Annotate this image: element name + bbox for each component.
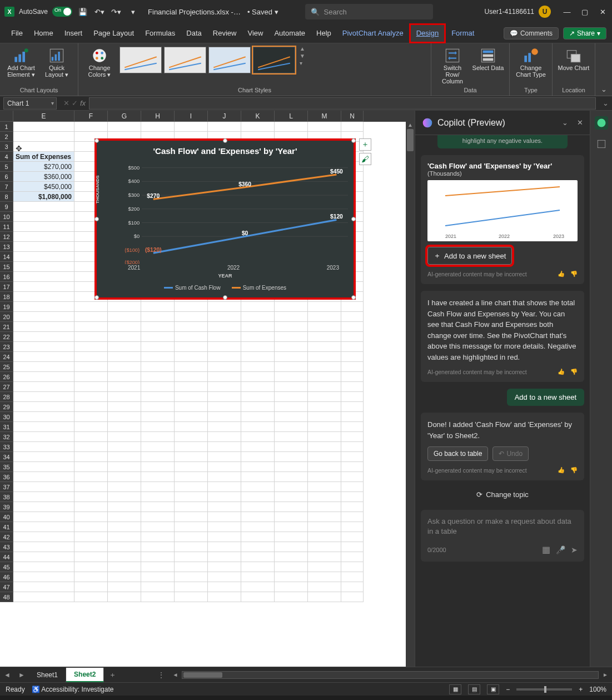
cell[interactable] [308,552,341,562]
cell[interactable] [208,392,241,402]
cell[interactable] [275,472,308,482]
cell[interactable] [308,582,341,592]
row-header[interactable]: 23 [0,342,13,352]
cell[interactable] [241,472,275,482]
cell[interactable] [175,492,208,502]
row-header[interactable]: 36 [0,472,13,482]
cell[interactable] [13,142,74,152]
cell[interactable] [175,442,208,452]
cell[interactable] [175,542,208,552]
cell[interactable] [74,542,108,552]
cell[interactable] [208,522,241,532]
cell[interactable] [74,122,108,132]
cell[interactable] [74,422,108,432]
cell[interactable] [241,402,275,412]
row-header[interactable]: 25 [0,362,13,372]
ribbon-collapse-button[interactable]: ⌄ [595,43,612,96]
cell[interactable] [308,362,341,372]
row-header[interactable]: 46 [0,572,13,582]
thumbs-up-icon[interactable]: 👍 [558,368,565,375]
chart-style-3[interactable] [208,47,251,73]
cell[interactable] [13,412,74,422]
row-header[interactable]: 42 [0,532,13,542]
zoom-in-button[interactable]: + [579,686,583,693]
cell[interactable] [241,492,275,502]
cell[interactable] [108,302,141,312]
cell[interactable] [74,342,108,352]
cell[interactable] [141,312,175,322]
cell[interactable] [108,412,141,422]
cell[interactable] [108,422,141,432]
cell[interactable] [341,322,364,332]
cell[interactable] [74,522,108,532]
cell[interactable] [341,442,364,452]
cell[interactable] [175,362,208,372]
row-header[interactable]: 29 [0,402,13,412]
cell[interactable] [208,512,241,522]
cell[interactable] [141,472,175,482]
sheet-tabs-menu[interactable]: ⋮ [154,671,168,679]
cell[interactable] [108,582,141,592]
comments-button[interactable]: 💬 Comments [504,27,559,39]
row-header[interactable]: 17 [0,282,13,292]
cell[interactable] [208,402,241,412]
save-icon[interactable]: 💾 [77,6,89,18]
cell[interactable] [74,382,108,392]
cell[interactable] [74,402,108,412]
cell[interactable] [275,482,308,492]
cell[interactable] [308,422,341,432]
row-header[interactable]: 40 [0,512,13,522]
cell[interactable] [308,502,341,512]
thumbs-down-icon[interactable]: 👎 [570,368,578,375]
quick-layout-button[interactable]: Quick Layout ▾ [40,46,73,78]
cell[interactable] [275,322,308,332]
cell[interactable] [13,442,74,452]
tab-insert[interactable]: Insert [59,23,88,43]
cell[interactable] [141,332,175,342]
copilot-input-box[interactable]: Ask a question or make a request about d… [421,510,584,562]
zoom-slider[interactable] [516,688,572,691]
cell[interactable] [141,462,175,472]
row-header[interactable]: 9 [0,202,13,212]
cell[interactable] [308,432,341,442]
cell[interactable]: $450,000 [13,182,74,192]
cell[interactable] [108,122,141,132]
cell[interactable] [13,202,74,212]
cell[interactable] [74,552,108,562]
cell[interactable] [141,342,175,352]
cell[interactable] [175,472,208,482]
cell[interactable] [13,592,74,602]
cell[interactable] [241,542,275,552]
undo-button[interactable]: ↶Undo [492,446,529,461]
cell[interactable] [108,362,141,372]
pivot-chart[interactable]: 'Cash Flow' and 'Expenses' by 'Year' THO… [94,138,356,300]
cell[interactable] [141,382,175,392]
cell[interactable] [208,462,241,472]
col-header[interactable]: N [341,111,364,122]
cell[interactable] [241,362,275,372]
cell[interactable] [208,492,241,502]
row-header[interactable]: 44 [0,552,13,562]
add-sheet-button[interactable]: ＋ [104,670,121,680]
cell[interactable] [13,472,74,482]
cell[interactable] [141,302,175,312]
cell[interactable] [275,422,308,432]
cell[interactable] [13,582,74,592]
cell[interactable] [141,122,175,132]
row-header[interactable]: 45 [0,562,13,572]
col-header[interactable]: J [208,111,241,122]
row-header[interactable]: 26 [0,372,13,382]
row-header[interactable]: 21 [0,322,13,332]
cell[interactable] [308,342,341,352]
cell[interactable] [175,592,208,602]
cell[interactable] [13,522,74,532]
row-header[interactable]: 10 [0,212,13,222]
thumbs-down-icon[interactable]: 👎 [570,466,578,474]
row-header[interactable]: 33 [0,442,13,452]
cell[interactable] [175,482,208,492]
row-header[interactable]: 32 [0,432,13,442]
cell[interactable] [74,592,108,602]
cell[interactable] [175,522,208,532]
cell[interactable] [208,562,241,572]
cell[interactable] [13,372,74,382]
